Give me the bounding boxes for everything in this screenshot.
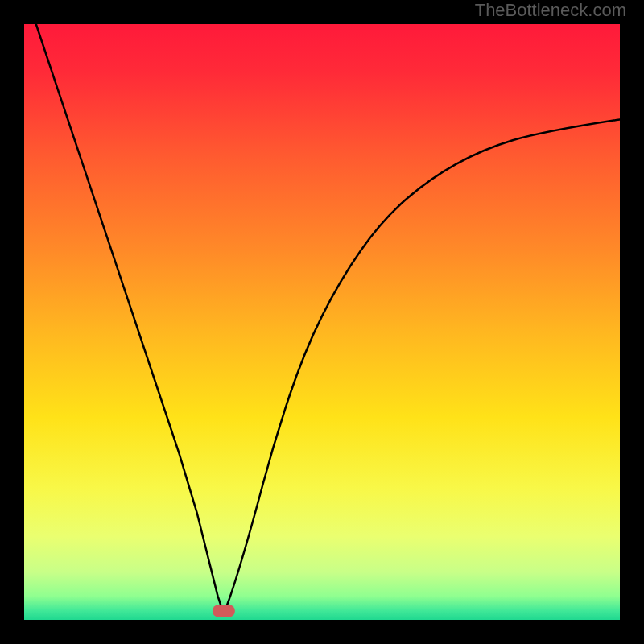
gradient-background: [24, 24, 620, 620]
plot-svg: [24, 24, 620, 620]
watermark-text: TheBottleneck.com: [475, 0, 626, 23]
plot-area: [24, 24, 620, 620]
chart-frame: TheBottleneck.com: [0, 0, 644, 644]
cusp-marker: [213, 605, 235, 617]
